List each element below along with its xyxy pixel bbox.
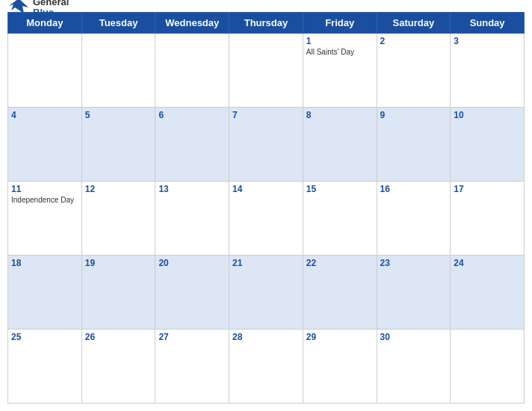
day-number: 29 (306, 332, 374, 342)
calendar-cell: 10 (451, 108, 525, 182)
calendar-cell: 9 (377, 108, 451, 182)
day-event: Independence Day (11, 196, 78, 204)
day-number: 20 (158, 258, 226, 268)
calendar-cell: 26 (81, 330, 155, 404)
calendar-cell: 21 (229, 256, 303, 330)
calendar-cell (81, 34, 155, 108)
calendar-cell: 29 (303, 330, 377, 404)
day-number: 13 (158, 184, 226, 194)
calendar-cell (8, 34, 82, 108)
calendar-cell: 15 (303, 182, 377, 256)
day-event: All Saints' Day (306, 48, 374, 56)
calendar-cell: 17 (451, 182, 525, 256)
calendar-cell: 16 (377, 182, 451, 256)
calendar-cell: 2 (377, 34, 451, 108)
day-number: 21 (232, 258, 300, 268)
calendar-cell: 14 (229, 182, 303, 256)
day-number: 1 (306, 36, 374, 46)
calendar-cell: 5 (81, 108, 155, 182)
calendar-cell: 13 (155, 182, 229, 256)
day-number: 11 (11, 184, 78, 194)
weekday-header-tuesday: Tuesday (81, 13, 155, 34)
week-row-5: 252627282930 (8, 330, 525, 404)
calendar-cell (155, 34, 229, 108)
calendar-cell (451, 330, 525, 404)
day-number: 15 (306, 184, 374, 194)
day-number: 19 (85, 258, 152, 268)
day-number: 4 (11, 110, 78, 120)
weekday-header-thursday: Thursday (229, 13, 303, 34)
calendar-cell: 8 (303, 108, 377, 182)
calendar-cell: 22 (303, 256, 377, 330)
week-row-3: 11Independence Day121314151617 (8, 182, 525, 256)
calendar-cell: 7 (229, 108, 303, 182)
calendar-cell: 25 (8, 330, 82, 404)
day-number: 17 (454, 184, 521, 194)
calendar-cell: 28 (229, 330, 303, 404)
day-number: 10 (454, 110, 521, 120)
day-number: 23 (380, 258, 448, 268)
logo-bird-icon (7, 0, 30, 18)
day-number: 8 (306, 110, 374, 120)
calendar-cell: 27 (155, 330, 229, 404)
calendar-cell: 18 (8, 256, 82, 330)
day-number: 18 (11, 258, 78, 268)
logo: General Blue (7, 0, 69, 18)
day-number: 12 (85, 184, 152, 194)
day-number: 28 (232, 332, 300, 342)
calendar-cell: 3 (451, 34, 525, 108)
day-number: 7 (232, 110, 300, 120)
calendar-cell: 4 (8, 108, 82, 182)
day-number: 26 (85, 332, 152, 342)
week-row-2: 45678910 (8, 108, 525, 182)
calendar-cell: 6 (155, 108, 229, 182)
day-number: 5 (85, 110, 152, 120)
day-number: 16 (380, 184, 448, 194)
calendar-cell: 12 (81, 182, 155, 256)
day-number: 3 (454, 36, 521, 46)
day-number: 24 (454, 258, 521, 268)
svg-marker-0 (9, 0, 28, 13)
weekday-header-row: MondayTuesdayWednesdayThursdayFridaySatu… (8, 13, 525, 34)
calendar-cell: 11Independence Day (8, 182, 82, 256)
day-number: 14 (232, 184, 300, 194)
calendar-cell (229, 34, 303, 108)
day-number: 9 (380, 110, 448, 120)
calendar-cell: 19 (81, 256, 155, 330)
weekday-header-friday: Friday (303, 13, 377, 34)
day-number: 2 (380, 36, 448, 46)
day-number: 22 (306, 258, 374, 268)
weekday-header-wednesday: Wednesday (155, 13, 229, 34)
calendar-cell: 24 (451, 256, 525, 330)
day-number: 25 (11, 332, 78, 342)
weekday-header-sunday: Sunday (451, 13, 525, 34)
calendar-cell: 1All Saints' Day (303, 34, 377, 108)
calendar-cell: 23 (377, 256, 451, 330)
calendar-cell: 20 (155, 256, 229, 330)
day-number: 6 (158, 110, 226, 120)
calendar-cell: 30 (377, 330, 451, 404)
calendar-table: MondayTuesdayWednesdayThursdayFridaySatu… (7, 12, 525, 404)
week-row-1: 1All Saints' Day23 (8, 34, 525, 108)
weekday-header-saturday: Saturday (377, 13, 451, 34)
week-row-4: 18192021222324 (8, 256, 525, 330)
logo-text: General Blue (33, 0, 69, 18)
day-number: 27 (158, 332, 226, 342)
day-number: 30 (380, 332, 448, 342)
